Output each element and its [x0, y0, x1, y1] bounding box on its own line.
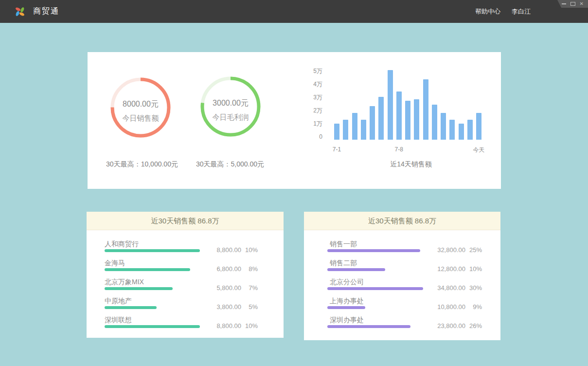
user-menu[interactable]: 李白江	[512, 7, 531, 16]
sales-row: 人和商贸行8,800.0010%	[87, 239, 284, 258]
row-amount: 6,800.00	[206, 265, 241, 273]
row-percent: 10%	[241, 246, 258, 254]
row-amount: 10,800.00	[430, 303, 465, 311]
sales-row: 销售一部32,800.0025%	[304, 239, 500, 258]
row-percent: 25%	[465, 246, 482, 254]
help-center-link[interactable]: 帮助中心	[475, 7, 500, 16]
row-progress-bar	[105, 325, 200, 328]
daily-sales-bar	[459, 124, 464, 140]
window-controls: ✕	[557, 0, 588, 8]
daily-sales-bar	[370, 106, 375, 140]
row-values: 8,800.0010%	[206, 246, 258, 254]
row-values: 12,800.0010%	[430, 265, 482, 273]
today-sales-value: 8000.00元	[123, 99, 159, 110]
app-logo-pinwheel-icon	[14, 5, 26, 18]
row-amount: 8,800.00	[206, 246, 241, 254]
row-name: 深圳办事处	[330, 316, 364, 325]
row-values: 32,800.0025%	[430, 246, 482, 254]
y-tick-label: 0	[303, 133, 322, 141]
row-amount: 32,800.00	[430, 246, 465, 254]
bar-chart-plot: 7-17-8今天	[333, 52, 494, 140]
x-tick-label: 7-8	[387, 146, 411, 153]
row-percent: 30%	[465, 284, 482, 292]
row-percent: 9%	[465, 303, 482, 311]
row-progress-bar	[105, 287, 173, 290]
row-name: 北京分公司	[330, 278, 364, 287]
daily-sales-bar	[378, 97, 384, 140]
row-name: 深圳联想	[105, 316, 132, 325]
sales-row: 上海办事处10,800.009%	[304, 296, 500, 315]
row-values: 8,800.0010%	[206, 322, 258, 330]
row-progress-bar	[105, 268, 190, 271]
app-title: 商贸通	[33, 6, 59, 17]
customer-sales-panel: 近30天销售额 86.8万 人和商贸行8,800.0010%金海马6,800.0…	[87, 212, 284, 338]
y-tick-label: 1万	[303, 120, 322, 128]
row-values: 34,800.0030%	[430, 284, 482, 292]
daily-sales-bar	[467, 120, 473, 140]
row-values: 10,800.009%	[430, 303, 482, 311]
x-tick-label: 7-1	[325, 146, 349, 153]
sales-row: 北京万象MIX5,800.007%	[87, 277, 284, 296]
row-progress-bar	[327, 249, 420, 252]
row-amount: 8,800.00	[206, 322, 241, 330]
sales-30d-max: 30天最高：10,000.00元	[93, 160, 191, 169]
row-name: 金海马	[105, 259, 125, 268]
row-progress-bar	[327, 325, 410, 328]
row-values: 6,800.008%	[206, 265, 258, 273]
maximize-button[interactable]	[570, 2, 575, 6]
sales-row: 深圳联想8,800.0010%	[87, 315, 284, 334]
sales-row: 金海马6,800.008%	[87, 258, 284, 277]
overview-card: 8000.00元 今日销售额 30天最高：10,000.00元 3000.00元…	[88, 52, 501, 189]
daily-sales-bar	[352, 113, 357, 140]
y-tick-label: 3万	[303, 93, 322, 101]
close-icon: ✕	[580, 1, 584, 6]
daily-sales-bar	[414, 99, 419, 140]
row-amount: 12,800.00	[430, 265, 465, 273]
sales-row: 中原地产3,800.005%	[87, 296, 284, 315]
row-percent: 7%	[241, 284, 258, 292]
profit-30d-max: 30天最高：5,000.00元	[181, 160, 279, 169]
row-amount: 5,800.00	[206, 284, 241, 292]
today-sales-label: 今日销售额	[123, 114, 159, 123]
today-profit-label: 今日毛利润	[213, 113, 249, 122]
titlebar-links: 帮助中心 李白江	[475, 0, 531, 23]
today-profit-value: 3000.00元	[213, 98, 249, 109]
department-sales-panel: 近30天销售额 86.8万 销售一部32,800.0025%销售二部12,800…	[304, 212, 500, 340]
row-percent: 10%	[465, 265, 482, 273]
minimize-button[interactable]	[562, 3, 566, 4]
close-button[interactable]: ✕	[580, 1, 584, 6]
row-progress-bar	[327, 268, 385, 271]
row-amount: 3,800.00	[206, 303, 241, 311]
sales-row: 深圳办事处23,800.0026%	[304, 315, 500, 334]
row-progress-bar	[327, 287, 423, 290]
panel-rows: 人和商贸行8,800.0010%金海马6,800.008%北京万象MIX5,80…	[87, 212, 284, 338]
daily-sales-bar	[449, 120, 455, 140]
daily-sales-bar	[476, 113, 481, 140]
daily-sales-bar	[361, 120, 366, 140]
row-name: 上海办事处	[330, 297, 364, 306]
row-name: 销售一部	[330, 240, 357, 249]
row-values: 3,800.005%	[206, 303, 258, 311]
row-progress-bar	[105, 306, 157, 309]
brand: 商贸通	[0, 5, 59, 18]
minimize-icon	[562, 3, 566, 4]
row-percent: 5%	[241, 303, 258, 311]
maximize-icon	[570, 2, 575, 6]
daily-sales-bar	[405, 101, 410, 140]
row-amount: 23,800.00	[430, 322, 465, 330]
row-percent: 8%	[241, 265, 258, 273]
row-progress-bar	[105, 249, 200, 252]
titlebar: 商贸通 帮助中心 李白江 ✕	[0, 0, 588, 23]
row-progress-bar	[327, 306, 365, 309]
y-tick-label: 4万	[303, 80, 322, 88]
today-profit-gauge: 3000.00元 今日毛利润	[199, 75, 262, 138]
panel-rows: 销售一部32,800.0025%销售二部12,800.0010%北京分公司34,…	[304, 212, 500, 340]
x-tick-label: 今天	[467, 146, 491, 154]
bar-chart-caption: 近14天销售额	[362, 160, 460, 169]
row-values: 5,800.007%	[206, 284, 258, 292]
row-name: 销售二部	[330, 259, 357, 268]
row-percent: 26%	[465, 322, 482, 330]
daily-sales-bar	[388, 70, 393, 140]
daily-sales-bar	[343, 120, 348, 140]
daily-sales-bar	[396, 92, 402, 140]
